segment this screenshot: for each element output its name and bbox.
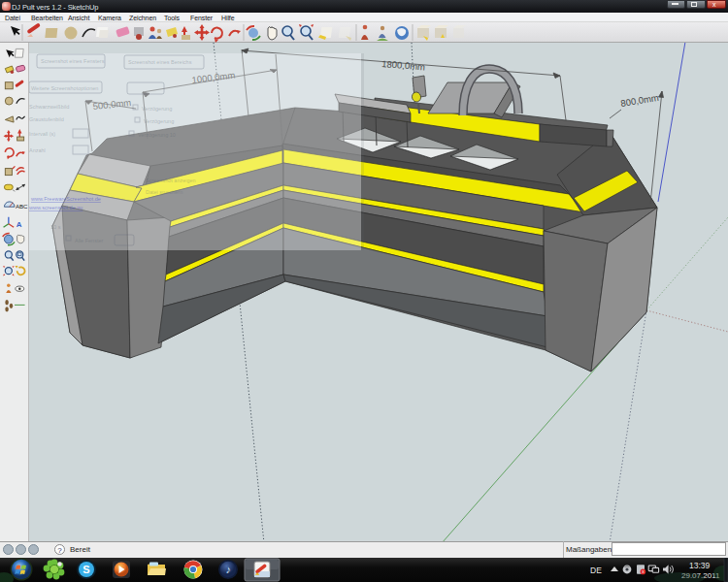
- svg-text:Verzögerung: Verzögerung: [144, 118, 174, 124]
- svg-text:10 s: 10 s: [50, 224, 61, 230]
- svg-text:www.FreewareScreenshot.de: www.FreewareScreenshot.de: [30, 196, 101, 202]
- svg-text:Anzahl: Anzahl: [29, 147, 46, 153]
- svg-text:www.screenshot.de.nu: www.screenshot.de.nu: [29, 205, 83, 210]
- svg-text:Screenshot eines Bereichs: Screenshot eines Bereichs: [128, 59, 192, 65]
- svg-text:♪: ♪: [225, 564, 231, 575]
- svg-text:Datei speichern: Datei speichern: [146, 189, 182, 195]
- svg-text:S: S: [83, 564, 89, 575]
- svg-text:A: A: [17, 220, 22, 229]
- svg-text:Screenshot eines Fensters: Screenshot eines Fensters: [41, 58, 105, 64]
- svg-text:Graustufenbild: Graustufenbild: [29, 116, 64, 122]
- svg-text:Verzögerung 10: Verzögerung 10: [138, 132, 176, 138]
- svg-text:Intervall (s): Intervall (s): [29, 131, 55, 137]
- svg-text:Alle Fenster: Alle Fenster: [75, 238, 104, 243]
- svg-text:Verzögerung: Verzögerung: [142, 106, 172, 112]
- svg-text:DE: DE: [590, 566, 602, 575]
- svg-text:Weitere Screenshotoptionen: Weitere Screenshotoptionen: [31, 85, 98, 91]
- svg-text:Screenshot anzeigen: Screenshot anzeigen: [146, 178, 196, 183]
- svg-text:ABC: ABC: [16, 203, 28, 210]
- svg-text:Schwarzweißbild: Schwarzweißbild: [29, 104, 69, 110]
- svg-text:13:39: 13:39: [689, 561, 711, 570]
